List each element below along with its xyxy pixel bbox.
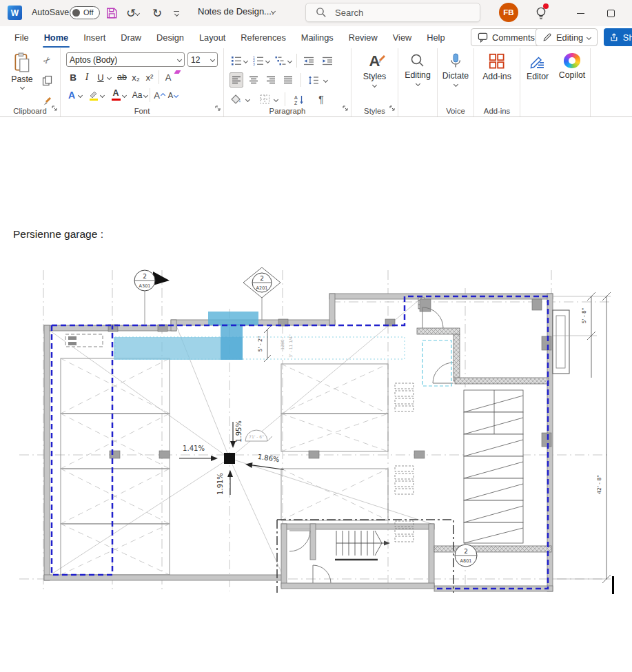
borders-chevron-icon[interactable] [274,96,278,101]
tab-home[interactable]: Home [37,26,77,48]
tab-draw[interactable]: Draw [113,26,149,48]
increase-indent-button[interactable] [320,53,334,68]
font-color-chevron-icon[interactable] [122,92,127,97]
editing-button[interactable]: Editing [398,48,437,85]
tab-references[interactable]: References [233,26,293,48]
tab-layout[interactable]: Layout [192,26,233,48]
bullets-chevron-icon[interactable] [243,58,248,63]
caret-up-icon [161,92,165,97]
tab-help[interactable]: Help [419,26,452,48]
grow-font-button[interactable]: A [152,88,166,103]
bike-racks [395,383,414,542]
bullets-button[interactable] [230,53,243,68]
underline-chevron-icon[interactable] [107,74,112,79]
clipboard-group: Paste ✂ Clipboard [0,48,61,116]
maximize-button[interactable] [595,0,626,26]
change-case-button[interactable]: Aa [130,88,144,103]
underline-button[interactable]: U [94,70,108,85]
show-hide-pilcrow-button[interactable]: ¶ [314,92,328,107]
quick-access-more-button[interactable] [174,4,179,22]
highlight-button[interactable] [87,88,101,103]
autosave-toggle[interactable]: Off [70,6,100,19]
editing-mode-button[interactable]: Editing [536,28,598,46]
shading-button[interactable] [230,92,243,107]
align-right-button[interactable] [264,72,278,88]
styles-button[interactable]: A Styles [351,48,398,87]
tab-view[interactable]: View [385,26,420,48]
align-left-button[interactable] [230,72,243,88]
decrease-indent-button[interactable] [302,53,316,68]
cut-button[interactable]: ✂ [40,52,54,68]
maximize-icon [607,10,615,17]
undo-button[interactable]: ↺ [126,4,139,22]
ribbon-tabs: File Home Insert Draw Design Layout Refe… [7,26,453,48]
magnifier-icon [410,53,425,68]
align-center-icon [249,76,258,84]
multilevel-list-button[interactable] [274,53,287,68]
svg-text:42' - 8": 42' - 8" [596,475,602,493]
paste-button[interactable]: Paste [7,52,37,102]
multilevel-chevron-icon[interactable] [287,58,292,63]
styles-label: Styles [363,72,387,81]
highlight-chevron-icon[interactable] [100,92,105,97]
text-effects-button[interactable]: A [65,88,79,103]
styles-dialog-launcher[interactable] [389,102,396,114]
chevron-down-icon [135,10,140,15]
dialog-launcher-icon [51,105,58,112]
numbering-chevron-icon[interactable] [265,58,270,63]
editor-button[interactable]: Editor [520,48,555,116]
editor-label: Editor [527,72,549,81]
tab-design[interactable]: Design [149,26,192,48]
share-button[interactable]: Share [604,28,632,46]
text-effects-chevron-icon[interactable] [78,92,83,97]
editing-label: Editing [405,70,431,80]
paragraph-group-label: Paragraph [224,107,351,115]
copilot-button[interactable]: Copilot [555,48,589,116]
whats-new-button[interactable] [534,6,548,23]
minimize-button[interactable] [565,0,595,26]
avatar[interactable]: FB [499,3,518,22]
change-case-chevron-icon[interactable] [143,92,148,97]
svg-text:A801: A801 [460,558,472,564]
font-color-button[interactable]: A [109,88,123,103]
tab-review[interactable]: Review [341,26,385,48]
addins-button[interactable]: Add-ins [474,48,520,81]
font-name-combo[interactable]: Aptos (Body) [66,52,185,67]
document-canvas[interactable]: Persienne garage : [0,117,632,672]
highlighter-icon [88,90,99,101]
justify-button[interactable] [281,72,295,88]
bold-button[interactable]: B [66,70,80,85]
shrink-font-button[interactable]: A [166,88,180,103]
tab-mailings[interactable]: Mailings [294,26,341,48]
chevron-down-icon [210,57,215,62]
align-center-button[interactable] [247,72,261,88]
comments-button[interactable]: Comments [471,28,542,46]
font-dialog-launcher[interactable] [214,102,221,114]
numbering-button[interactable]: 1 2 3 [252,53,265,68]
copy-button[interactable] [40,73,54,88]
document-title[interactable]: Notes de Design.... [198,6,274,17]
paste-icon [13,52,31,73]
word-app-icon[interactable]: W [8,6,22,20]
clipboard-dialog-launcher[interactable] [51,102,58,114]
shading-chevron-icon[interactable] [245,96,250,101]
strikethrough-button[interactable]: ab [115,70,129,85]
tab-file[interactable]: File [7,26,37,48]
line-spacing-chevron-icon[interactable] [323,77,328,82]
floor-plan-figure[interactable]: 1.41% 1.86% 1.95% 1.91% 71' - 6" [14,267,613,594]
font-size-combo[interactable]: 12 [187,52,218,67]
borders-button[interactable] [258,92,272,107]
paragraph-dialog-launcher[interactable] [342,102,349,114]
search-input[interactable]: Search [305,3,480,22]
italic-button[interactable]: I [80,70,94,85]
line-spacing-button[interactable] [307,72,320,88]
save-button[interactable] [105,4,118,22]
dictate-button[interactable]: Dictate [438,48,473,86]
clear-formatting-button[interactable]: A [161,70,175,85]
tab-insert[interactable]: Insert [76,26,113,48]
redo-button[interactable]: ↻ [152,4,162,22]
subscript-button[interactable]: x₂ [129,70,143,85]
sort-button[interactable]: A Z [292,92,306,107]
indent-icon [322,57,333,65]
superscript-button[interactable]: x² [143,70,156,85]
